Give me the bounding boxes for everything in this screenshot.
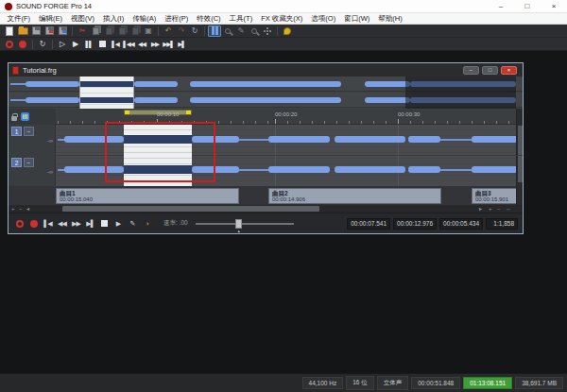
cut-icon[interactable]: ✂	[76, 26, 89, 37]
region-track-1[interactable]: 曲目1 00:00:15.040	[56, 188, 239, 204]
channel-panel: 1 − -∞ 2 − -∞	[9, 125, 56, 186]
menu-insert[interactable]: 插入(I)	[99, 14, 129, 24]
menu-view[interactable]: 视图(V)	[67, 14, 99, 24]
open-folder-icon[interactable]	[16, 26, 29, 37]
save-icon[interactable]	[29, 26, 43, 37]
overwrite-paste-icon[interactable]	[129, 26, 142, 37]
play-icon[interactable]: ▶	[69, 39, 82, 50]
document-maximize-button[interactable]: □	[482, 66, 498, 75]
loop-playback-icon[interactable]: ↻	[36, 39, 49, 50]
audio-event-icon[interactable]	[21, 112, 29, 121]
smart-tool-icon[interactable]	[261, 26, 274, 37]
scrollbar-thumb[interactable]	[62, 206, 319, 212]
menu-edit[interactable]: 编辑(E)	[35, 14, 67, 24]
save-all-icon[interactable]	[56, 26, 69, 37]
scroll-left-button[interactable]: ◂	[26, 205, 29, 213]
free-time-status: 01:13:08.151	[463, 377, 512, 389]
copy-icon[interactable]	[89, 26, 102, 37]
redo-icon[interactable]: ↷	[175, 26, 188, 37]
time-ruler[interactable]: 00:00:00 00:00:10 00:00:20 00:00:30	[9, 109, 523, 125]
event-tool-icon[interactable]	[208, 26, 221, 37]
rewind-all-icon[interactable]: ▌◀◀	[122, 39, 135, 50]
go-start-icon[interactable]: ▌◀	[109, 39, 122, 50]
doc-stop-icon[interactable]	[97, 217, 112, 230]
pause-icon[interactable]: ▌▌	[82, 39, 95, 50]
doc-loop-pie-icon[interactable]: ◑	[140, 217, 154, 230]
window-close-button[interactable]: ×	[541, 0, 567, 12]
zoom-tool-icon[interactable]	[221, 26, 234, 37]
rate-slider[interactable]: ▲	[196, 217, 294, 230]
menu-fx-favorites[interactable]: FX 收藏夹(X)	[257, 14, 307, 24]
new-file-icon[interactable]	[3, 26, 16, 37]
ruler-label-20: 00:00:20	[275, 111, 297, 117]
menu-tools[interactable]: 工具(T)	[225, 14, 257, 24]
app-titlebar: SOUND FORGE Pro 14 – □ ×	[0, 0, 567, 13]
document-titlebar[interactable]: Tutorial.frg − □ ×	[9, 63, 523, 77]
doc-record-remote-icon[interactable]	[12, 217, 26, 230]
repeat-icon[interactable]: ↻	[188, 26, 201, 37]
rewind-icon[interactable]: ◀◀	[135, 39, 148, 50]
rate-slider-thumb[interactable]	[235, 219, 242, 229]
stop-icon[interactable]	[95, 39, 109, 50]
ruler-label-30: 00:00:30	[398, 111, 420, 117]
window-maximize-button[interactable]: □	[514, 0, 541, 12]
overview-selection[interactable]	[79, 77, 134, 109]
mix-paste-icon[interactable]	[115, 26, 129, 37]
hzoom-out-button[interactable]: −	[497, 205, 501, 213]
paste-icon[interactable]	[102, 26, 115, 37]
record-remote-icon[interactable]	[3, 39, 16, 50]
hzoom-fit-button[interactable]: ↔	[506, 205, 511, 213]
undo-icon[interactable]: ↶	[162, 26, 175, 37]
document-minimize-button[interactable]: −	[463, 66, 479, 75]
ruler-label-10: 00:00:10	[157, 111, 179, 117]
horizontal-scrollbar[interactable]: + − ◂ ▸ + − ↔	[9, 205, 523, 213]
waveform-view[interactable]: 1 − -∞ 2 − -∞	[9, 125, 523, 186]
magnify-tool-icon[interactable]	[248, 26, 261, 37]
channel-1-collapse-button[interactable]: −	[24, 127, 34, 136]
menu-file[interactable]: 文件(F)	[3, 14, 35, 24]
menu-transport[interactable]: 传输(A)	[129, 14, 161, 24]
doc-forward-icon[interactable]: ▶▶	[69, 217, 83, 230]
annotation-highlight-rectangle	[105, 122, 215, 182]
menu-help[interactable]: 帮助(H)	[374, 14, 406, 24]
pencil-tool-icon[interactable]: ✎	[234, 26, 248, 37]
region-track-3[interactable]: 曲目3 00:00:15.901	[472, 188, 523, 204]
zoom-out-button[interactable]: −	[19, 205, 23, 213]
save-as-icon[interactable]	[43, 26, 56, 37]
channel-2-collapse-button[interactable]: −	[24, 158, 34, 167]
doc-go-end-icon[interactable]: ▶▌	[83, 217, 97, 230]
play-all-icon[interactable]: ▷	[56, 39, 69, 50]
waveform-overview[interactable]	[9, 77, 523, 109]
vscrollbar-thumb[interactable]	[518, 126, 523, 182]
lock-icon[interactable]	[11, 116, 17, 121]
scroll-right-button[interactable]: ▸	[479, 205, 482, 213]
document-close-button[interactable]: ×	[501, 66, 517, 75]
window-minimize-button[interactable]: –	[488, 0, 514, 12]
transport-toolbar: ↻ ▷ ▶ ▌▌ ▌◀ ▌◀◀ ◀◀ ▶▶ ▶▶▌ ▶▌	[0, 38, 567, 51]
record-icon[interactable]	[16, 39, 29, 50]
vertical-scrollbar[interactable]	[516, 109, 523, 205]
channel-1-button[interactable]: 1	[11, 127, 22, 136]
doc-go-start-icon[interactable]: ▌◀	[41, 217, 55, 230]
menu-window[interactable]: 窗口(W)	[340, 14, 374, 24]
channel-2-button[interactable]: 2	[11, 158, 22, 167]
channel-2-gain: -∞	[35, 169, 53, 175]
paint-tool-icon[interactable]	[281, 26, 294, 37]
trim-icon[interactable]: ▣	[142, 26, 155, 37]
menu-options[interactable]: 选项(O)	[307, 14, 340, 24]
file-length-status: 00:00:51.848	[411, 377, 460, 389]
go-end-icon[interactable]: ▶▌	[175, 39, 188, 50]
doc-rewind-icon[interactable]: ◀◀	[55, 217, 69, 230]
doc-record-icon[interactable]	[26, 217, 41, 230]
region-1-name: 曲目1	[60, 190, 235, 196]
zoom-in-button[interactable]: +	[11, 205, 15, 213]
menu-effects[interactable]: 特效(C)	[193, 14, 225, 24]
hzoom-in-button[interactable]: +	[489, 205, 492, 213]
forward-icon[interactable]: ▶▶	[148, 39, 162, 50]
menu-process[interactable]: 进程(P)	[161, 14, 193, 24]
document-file-icon	[12, 66, 19, 75]
region-track-2[interactable]: 曲目2 00:00:14.906	[268, 188, 441, 204]
doc-pencil-icon[interactable]: ✎	[126, 217, 140, 230]
doc-play-icon[interactable]: ▶	[112, 217, 126, 230]
forward-all-icon[interactable]: ▶▶▌	[162, 39, 175, 50]
